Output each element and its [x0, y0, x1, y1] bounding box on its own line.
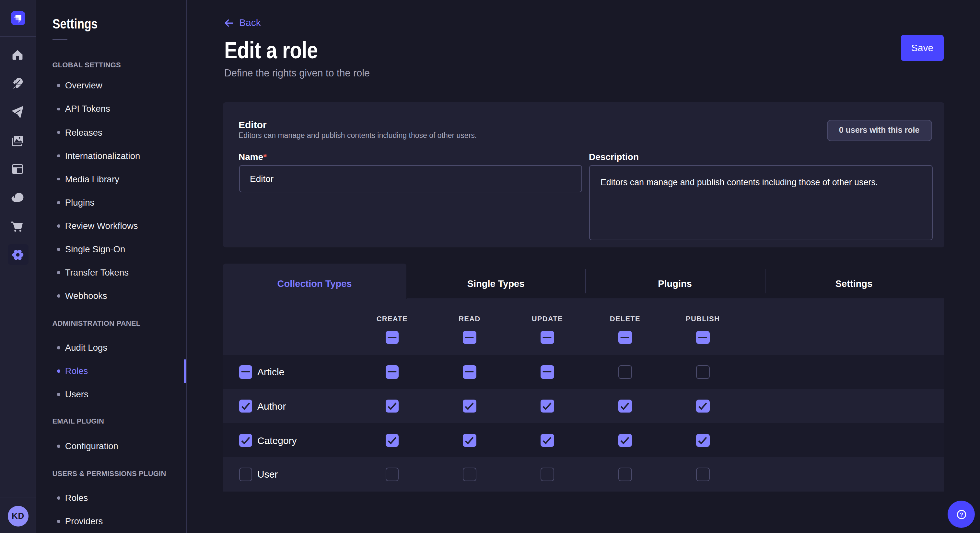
svg-text:?: ? — [959, 511, 963, 517]
